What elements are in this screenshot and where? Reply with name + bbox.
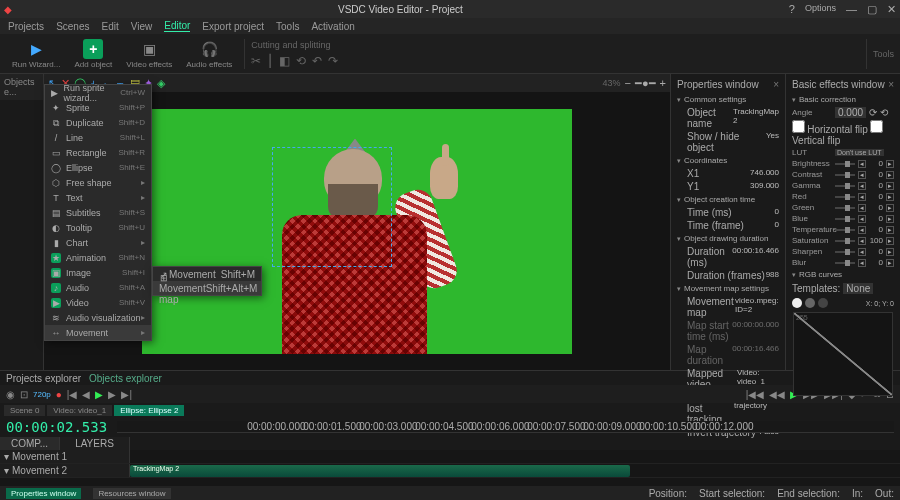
help-icon[interactable]: ?	[789, 3, 795, 16]
menubar: Projects Scenes Edit View Editor Export …	[0, 18, 900, 34]
rgb-dark-icon[interactable]	[818, 298, 828, 308]
add-object-button[interactable]: + Add object	[68, 37, 118, 71]
projects-explorer-tab[interactable]: Projects explorer	[6, 373, 81, 384]
submenu-item-movement-map[interactable]: ⊞Movement mapShift+Alt+M	[153, 281, 261, 295]
app-icon: ◆	[4, 4, 12, 15]
video-fx-icon: ▣	[139, 39, 159, 59]
layers-button[interactable]: LAYERS	[75, 438, 114, 449]
menu-edit[interactable]: Edit	[101, 21, 118, 32]
menu-item-tooltip[interactable]: ◐TooltipShift+U	[45, 220, 151, 235]
run-wizard-button[interactable]: ▶ Run Wizard...	[6, 37, 66, 71]
menu-item-run-sprite-wizard-[interactable]: ▶Run sprite wizard...Ctrl+W	[45, 85, 151, 100]
section-common[interactable]: Common settings	[673, 93, 783, 106]
skip-start-icon[interactable]: |◀◀	[746, 389, 765, 400]
cut-icon[interactable]: ✂	[251, 54, 261, 68]
split-icon[interactable]: ⎮	[267, 54, 273, 68]
undo-icon[interactable]: ↶	[312, 54, 322, 68]
menu-item-image[interactable]: ▣ImageShift+I	[45, 265, 151, 280]
prev-frame-icon[interactable]: |◀	[67, 389, 78, 400]
menu-projects[interactable]: Projects	[8, 21, 44, 32]
menu-item-audio[interactable]: ♪AudioShift+A	[45, 280, 151, 295]
slider-blur: Blur◂0▸	[788, 257, 898, 268]
status-tab-properties[interactable]: Properties window	[6, 488, 81, 499]
slider-blue: Blue◂0▸	[788, 213, 898, 224]
objects-explorer-panel: Objects e...	[0, 74, 44, 370]
options-button[interactable]: Options	[805, 3, 836, 16]
zoom-out-icon[interactable]: −	[624, 77, 630, 89]
section-creation[interactable]: Object creation time	[673, 193, 783, 206]
menu-item-duplicate[interactable]: ⧉DuplicateShift+D	[45, 115, 151, 130]
objects-explorer-title: Objects e...	[0, 74, 43, 100]
minimize-button[interactable]: —	[846, 3, 857, 16]
color-icon[interactable]: ◈	[157, 77, 165, 90]
loop-icon[interactable]: ◉	[6, 389, 15, 400]
resolution-select[interactable]: 720p	[33, 390, 51, 399]
menu-activation[interactable]: Activation	[311, 21, 354, 32]
timeline-tab-scene[interactable]: Scene 0	[4, 405, 45, 416]
menu-item-rectangle[interactable]: ▭RectangleShift+R	[45, 145, 151, 160]
section-rgb[interactable]: RGB curves	[788, 268, 898, 281]
menu-item-video[interactable]: ▶VideoShift+V	[45, 295, 151, 310]
objects-explorer-tab[interactable]: Objects explorer	[89, 373, 162, 384]
play-icon[interactable]: ▶	[95, 389, 103, 400]
zoom-fit-icon[interactable]: ⊡	[20, 389, 28, 400]
audio-fx-icon: 🎧	[199, 39, 219, 59]
effects-panel: Basic effects window× Basic correction A…	[785, 74, 900, 370]
redo-icon[interactable]: ↷	[328, 54, 338, 68]
properties-panel: Properties window× Common settings Objec…	[670, 74, 785, 370]
section-movemap[interactable]: Movement map settings	[673, 282, 783, 295]
rgb-grey-icon[interactable]	[805, 298, 815, 308]
next-frame-icon[interactable]: ▶|	[121, 389, 132, 400]
status-tab-resources[interactable]: Resources window	[93, 488, 170, 499]
menu-item-movement[interactable]: ↔Movement▸	[45, 325, 151, 340]
section-drawing[interactable]: Object drawing duration	[673, 232, 783, 245]
record-icon[interactable]: ●	[56, 389, 62, 400]
hflip-checkbox[interactable]	[792, 120, 805, 133]
menu-item-animation[interactable]: ★AnimationShift+N	[45, 250, 151, 265]
menu-item-ellipse[interactable]: ◯EllipseShift+E	[45, 160, 151, 175]
rotate-cw-icon[interactable]: ⟳	[869, 107, 877, 118]
rotate-ccw-icon[interactable]: ⟲	[880, 107, 888, 118]
transport-bar: ◉ ⊡ 720p ● |◀ ◀ ▶ ▶ ▶| |◀◀ ◀◀ ▶ ▶▶ ▶▶| ◆…	[0, 385, 900, 403]
rgb-white-icon[interactable]	[792, 298, 802, 308]
menu-scenes[interactable]: Scenes	[56, 21, 89, 32]
timeline-tab-video[interactable]: Video: video_1	[47, 405, 112, 416]
menu-item-chart[interactable]: ▮Chart▸	[45, 235, 151, 250]
menu-item-subtitles[interactable]: ▤SubtitlesShift+S	[45, 205, 151, 220]
video-canvas[interactable]	[142, 109, 572, 354]
menu-item-line[interactable]: /LineShift+L	[45, 130, 151, 145]
comp-button[interactable]: COMP...	[11, 438, 48, 449]
slider-sharpen: Sharpen◂0▸	[788, 246, 898, 257]
timeline-ruler[interactable]: 00:00:00.00000:00:01.50000:00:03.00000:0…	[117, 421, 894, 433]
zoom-slider[interactable]: ━●━	[635, 77, 656, 90]
step-back-icon[interactable]: ◀	[82, 389, 90, 400]
menu-item-free-shape[interactable]: ⬡Free shape▸	[45, 175, 151, 190]
zoom-value: 43%	[602, 78, 620, 88]
rotate-icon[interactable]: ⟲	[296, 54, 306, 68]
timeline-clip[interactable]: TrackingMap 2	[130, 465, 630, 477]
menu-item-audio-visualization[interactable]: ≋Audio visualization▸	[45, 310, 151, 325]
maximize-button[interactable]: ▢	[867, 3, 877, 16]
timeline-tab-ellipse[interactable]: Ellipse: Ellipse 2	[114, 405, 184, 416]
video-effects-button[interactable]: ▣ Video effects	[120, 37, 178, 71]
menu-view[interactable]: View	[131, 21, 153, 32]
rewind-icon[interactable]: ◀◀	[769, 389, 785, 400]
zoom-in-icon[interactable]: +	[660, 77, 666, 89]
menu-tools[interactable]: Tools	[276, 21, 299, 32]
crop-icon[interactable]: ◧	[279, 54, 290, 68]
menu-item-text[interactable]: TText▸	[45, 190, 151, 205]
vflip-checkbox[interactable]	[870, 120, 883, 133]
step-fwd-icon[interactable]: ▶	[108, 389, 116, 400]
titlebar: ◆ VSDC Video Editor - Project ? Options …	[0, 0, 900, 18]
slider-temperature: Temperature◂0▸	[788, 224, 898, 235]
section-coords[interactable]: Coordinates	[673, 154, 783, 167]
close-button[interactable]: ✕	[887, 3, 896, 16]
properties-close-icon[interactable]: ×	[773, 79, 779, 90]
rgb-curves-graph[interactable]: 255	[793, 312, 893, 396]
effects-close-icon[interactable]: ×	[888, 79, 894, 90]
menu-editor[interactable]: Editor	[164, 20, 190, 32]
audio-effects-button[interactable]: 🎧 Audio effects	[180, 37, 238, 71]
section-basic[interactable]: Basic correction	[788, 93, 898, 106]
menu-export[interactable]: Export project	[202, 21, 264, 32]
slider-saturation: Saturation◂100▸	[788, 235, 898, 246]
